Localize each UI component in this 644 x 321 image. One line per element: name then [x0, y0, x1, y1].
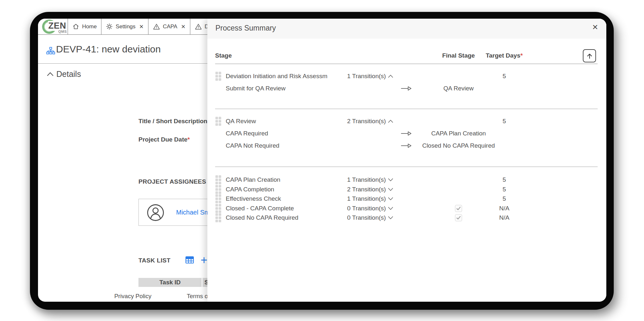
chevron-down-icon [388, 188, 393, 191]
target-days-value: 5 [480, 176, 528, 183]
transition-row: CAPA Not Required Closed No CAPA Require… [207, 140, 606, 152]
stage-name: CAPA Plan Creation [226, 176, 280, 183]
required-asterisk: * [520, 52, 523, 59]
stage-row: Effectiveness Check 1 Transition(s) 5 [207, 194, 606, 204]
stage-name: QA Review [226, 118, 256, 125]
zenqms-logo: ZEN QMS [38, 19, 68, 35]
transition-count-toggle[interactable]: 1 Transition(s) [347, 73, 393, 80]
transition-count-toggle[interactable]: 0 Transition(s) [347, 214, 393, 221]
tab-home[interactable]: Home [68, 19, 101, 34]
transition-target-stage: Closed No CAPA Required [410, 142, 507, 149]
target-days-column-header: Target Days* [480, 52, 528, 59]
stage-name: Closed - CAPA Complete [226, 205, 294, 212]
final-stage-checkbox[interactable] [455, 205, 462, 212]
tab-settings[interactable]: Settings × [101, 19, 148, 34]
table-view-icon[interactable] [185, 255, 195, 266]
required-asterisk: * [187, 136, 190, 143]
chevron-up-icon [47, 72, 54, 76]
check-icon [456, 206, 461, 211]
target-days-value: 5 [480, 73, 528, 80]
transition-action: CAPA Required [226, 130, 268, 137]
stage-name: Effectiveness Check [226, 195, 281, 202]
tab-capa-label: CAPA [163, 23, 177, 30]
drag-handle-icon[interactable] [215, 204, 221, 213]
stage-row: Closed - CAPA Complete 0 Transition(s) N… [207, 204, 606, 213]
close-icon[interactable]: × [592, 22, 598, 32]
transition-row: Submit for QA Review QA Review [207, 82, 606, 95]
target-days-value: 5 [480, 195, 528, 202]
transition-action: CAPA Not Required [226, 142, 279, 149]
device-frame: ZEN QMS Home Settings × CAPA [30, 12, 614, 310]
table-header-divider [215, 64, 598, 64]
drag-handle-icon[interactable] [215, 175, 221, 184]
transition-count-toggle[interactable]: 2 Transition(s) [347, 186, 393, 193]
transition-target-stage: CAPA Plan Creation [410, 130, 507, 137]
gear-icon [106, 23, 113, 30]
transition-row: CAPA Required CAPA Plan Creation [207, 127, 606, 140]
chevron-down-icon [388, 197, 393, 200]
transition-count-toggle[interactable]: 0 Transition(s) [347, 205, 393, 212]
transition-action: Submit for QA Review [226, 85, 286, 92]
transition-count-toggle[interactable]: 1 Transition(s) [347, 195, 393, 202]
tab-settings-label: Settings [116, 23, 135, 30]
panel-title: Process Summary [215, 24, 276, 32]
page-title: DEVP-41: new deviation [56, 44, 161, 55]
details-section-label: Details [56, 69, 81, 79]
project-assignees-heading: PROJECT ASSIGNEES [138, 178, 206, 185]
transition-target-stage: QA Review [410, 85, 507, 92]
group-separator [215, 167, 598, 167]
drag-handle-icon[interactable] [215, 185, 221, 194]
home-icon [72, 23, 79, 30]
workflow-icon [46, 47, 55, 57]
stage-name: CAPA Completion [226, 186, 274, 193]
check-icon [456, 215, 461, 220]
chevron-down-icon [388, 178, 393, 181]
transition-count-toggle[interactable]: 2 Transition(s) [347, 118, 393, 125]
title-short-description-label: Title / Short Description [138, 118, 207, 125]
stage-row: Deviation Initiation and Risk Assessm 1 … [207, 70, 606, 82]
stage-column-header: Stage [215, 52, 232, 59]
project-due-date-label: Project Due Date* [138, 136, 190, 143]
final-stage-checkbox[interactable] [455, 214, 462, 221]
drag-handle-icon[interactable] [215, 117, 221, 126]
warning-icon [153, 23, 160, 30]
stage-row: CAPA Completion 2 Transition(s) 5 [207, 185, 606, 194]
screenshot-stage: ZEN QMS Home Settings × CAPA [0, 0, 644, 321]
tab-capa[interactable]: CAPA × [148, 19, 190, 34]
target-days-value: N/A [480, 214, 528, 221]
stage-row: QA Review 2 Transition(s) 5 [207, 115, 606, 127]
task-list-heading: TASK LIST [138, 257, 170, 264]
add-task-icon[interactable]: + [201, 254, 207, 266]
tab-capa-close-icon[interactable]: × [181, 23, 185, 30]
upload-button[interactable] [583, 49, 596, 62]
tab-settings-close-icon[interactable]: × [139, 23, 144, 30]
tab-home-label: Home [82, 23, 97, 30]
chevron-down-icon [388, 216, 393, 219]
transition-count-toggle[interactable]: 1 Transition(s) [347, 176, 393, 183]
chevron-up-icon [388, 120, 393, 123]
chevron-up-icon [388, 75, 393, 78]
avatar-icon [147, 204, 165, 223]
stage-row: Closed No CAPA Required 0 Transition(s) … [207, 213, 606, 223]
app-window: ZEN QMS Home Settings × CAPA [38, 19, 606, 302]
upload-arrow-icon [586, 52, 593, 60]
stage-name: Closed No CAPA Required [226, 214, 298, 221]
target-days-value: N/A [480, 205, 528, 212]
warning-icon [195, 23, 202, 30]
details-section-toggle[interactable]: Details [47, 69, 81, 79]
drag-handle-icon[interactable] [215, 194, 221, 203]
logo-qms-text: QMS [58, 30, 67, 33]
task-list-toolbar: + [185, 255, 207, 266]
chevron-down-icon [388, 207, 393, 210]
stage-name: Deviation Initiation and Risk Assessm [226, 73, 327, 80]
drag-handle-icon[interactable] [215, 72, 221, 81]
stage-row: CAPA Plan Creation 1 Transition(s) 5 [207, 175, 606, 185]
panel-header: Process Summary × [207, 19, 606, 39]
task-id-column-header: Task ID [138, 278, 202, 287]
process-summary-panel: Process Summary × Stage Final Stage Targ… [207, 19, 606, 302]
group-separator [215, 109, 598, 109]
target-days-value: 5 [480, 118, 528, 125]
target-days-value: 5 [480, 186, 528, 193]
privacy-policy-link[interactable]: Privacy Policy [114, 293, 151, 300]
drag-handle-icon[interactable] [215, 213, 221, 222]
